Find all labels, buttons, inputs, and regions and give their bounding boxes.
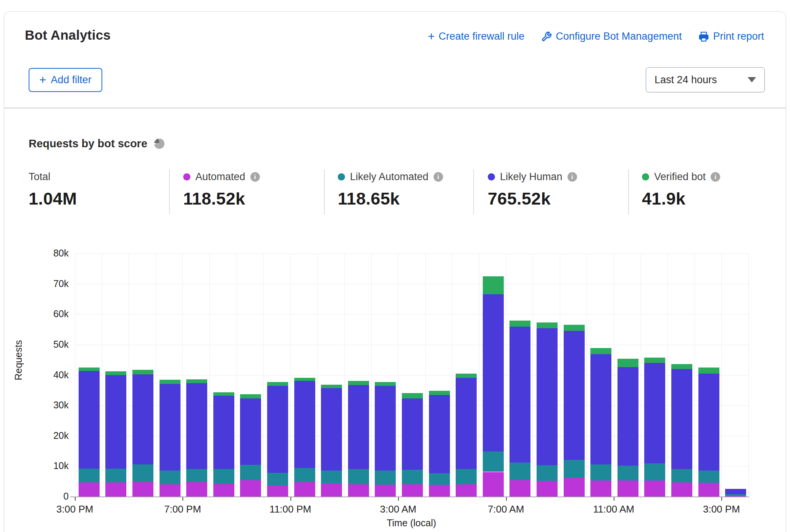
likely-human-dot bbox=[488, 173, 495, 181]
page-title: Bot Analytics bbox=[25, 27, 111, 43]
info-icon[interactable]: i bbox=[434, 172, 443, 182]
pie-chart-icon bbox=[154, 139, 164, 149]
print-report-label: Print report bbox=[713, 31, 764, 42]
header-actions: + Create firewall rule Configure Bot Man… bbox=[428, 31, 764, 42]
create-firewall-rule-label: Create firewall rule bbox=[439, 31, 524, 42]
section-header: Requests by bot score bbox=[29, 137, 164, 150]
plus-icon: + bbox=[39, 74, 46, 86]
add-filter-label: Add filter bbox=[51, 74, 92, 86]
stat-label: Verified bot bbox=[654, 171, 706, 183]
plus-icon: + bbox=[428, 31, 435, 42]
wrench-icon bbox=[541, 31, 552, 42]
stat-verified-bot: Verified boti41.9k bbox=[642, 171, 720, 209]
stat-value: 765.52k bbox=[488, 189, 577, 209]
automated-dot bbox=[183, 173, 190, 181]
stat-label: Automated bbox=[195, 171, 245, 183]
stat-label: Total bbox=[29, 171, 50, 183]
header-divider bbox=[4, 108, 786, 108]
time-range-value: Last 24 hours bbox=[655, 74, 717, 86]
info-icon[interactable]: i bbox=[250, 172, 260, 182]
section-title: Requests by bot score bbox=[29, 137, 147, 150]
stats-row: Total1.04MAutomatedi118.52kLikely Automa… bbox=[0, 171, 790, 217]
configure-bot-management-link[interactable]: Configure Bot Management bbox=[541, 31, 682, 42]
stat-divider bbox=[473, 169, 474, 214]
stat-likely-automated: Likely Automatedi118.65k bbox=[338, 171, 443, 209]
stat-total: Total1.04M bbox=[29, 171, 77, 209]
add-filter-button[interactable]: + Add filter bbox=[29, 68, 102, 92]
stat-label: Likely Automated bbox=[350, 171, 429, 183]
create-firewall-rule-link[interactable]: + Create firewall rule bbox=[428, 31, 524, 42]
stat-automated: Automatedi118.52k bbox=[183, 171, 260, 209]
print-report-link[interactable]: Print report bbox=[698, 31, 764, 42]
stat-label: Likely Human bbox=[500, 171, 563, 183]
chevron-down-icon bbox=[748, 77, 756, 82]
stat-divider bbox=[169, 169, 170, 214]
likely-automated-dot bbox=[338, 173, 345, 181]
stat-value: 118.65k bbox=[338, 189, 443, 209]
stat-value: 118.52k bbox=[183, 189, 260, 209]
stat-likely-human: Likely Humani765.52k bbox=[488, 171, 577, 209]
stat-value: 41.9k bbox=[642, 189, 720, 209]
stat-divider bbox=[324, 169, 325, 214]
verified-bot-dot bbox=[642, 173, 649, 181]
configure-bot-management-label: Configure Bot Management bbox=[556, 31, 682, 42]
info-icon[interactable]: i bbox=[711, 172, 720, 182]
printer-icon bbox=[698, 31, 709, 42]
time-range-select[interactable]: Last 24 hours bbox=[646, 67, 765, 92]
info-icon[interactable]: i bbox=[568, 172, 577, 182]
stat-divider bbox=[628, 169, 629, 214]
stat-value: 1.04M bbox=[29, 189, 77, 209]
